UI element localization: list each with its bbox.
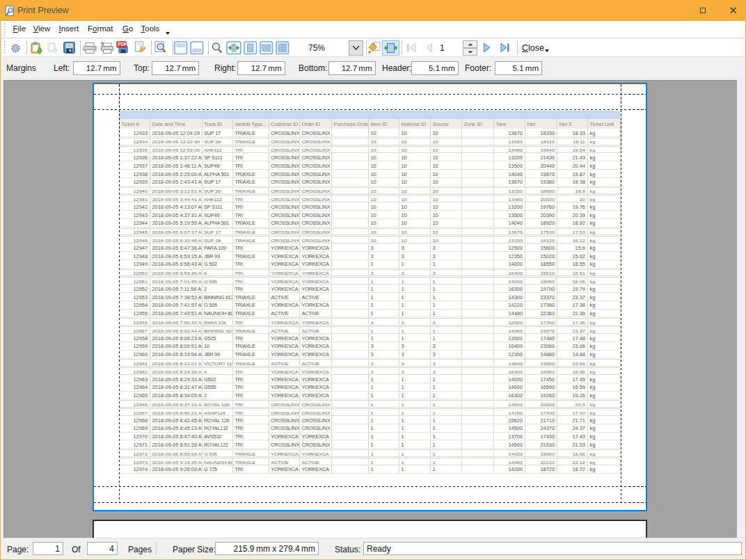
svg-text:PDF: PDF xyxy=(118,42,127,47)
